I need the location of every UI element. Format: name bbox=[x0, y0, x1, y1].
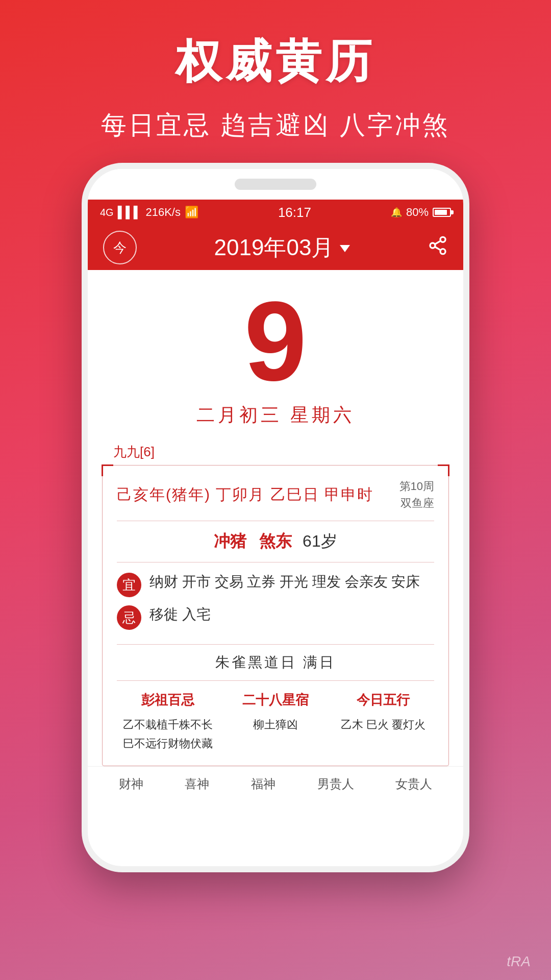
ji-text: 移徙 入宅 bbox=[149, 603, 211, 626]
xiu-text: 柳土獐凶 bbox=[224, 715, 327, 734]
status-time: 16:17 bbox=[278, 205, 311, 220]
wifi-icon: 📶 bbox=[185, 206, 198, 219]
yi-badge: 宜 bbox=[117, 573, 141, 597]
month-text: 2019年03月 bbox=[214, 233, 334, 263]
phone-mockup: 4G ▌▌▌ 216K/s 📶 16:17 🔔 80% 今 2019年03月 bbox=[82, 163, 469, 872]
app-header: 今 2019年03月 bbox=[88, 225, 463, 270]
week-label: 第10周 bbox=[399, 478, 434, 495]
yi-ji-section: 宜 纳财 开市 交易 立券 开光 理发 会亲友 安床 忌 移徙 入宅 bbox=[117, 562, 434, 645]
share-button[interactable] bbox=[428, 235, 448, 260]
nav-item-nan-guiren[interactable]: 男贵人 bbox=[317, 776, 354, 792]
status-right: 🔔 80% bbox=[391, 206, 451, 219]
yi-text: 纳财 开市 交易 立券 开光 理发 会亲友 安床 bbox=[149, 571, 420, 594]
ganzhi-row: 己亥年(猪年) 丁卯月 乙巳日 甲申时 第10周 双鱼座 bbox=[117, 478, 434, 521]
watermark: tRA bbox=[507, 953, 531, 970]
battery-fill bbox=[435, 210, 447, 215]
ji-row: 忌 移徙 入宅 bbox=[117, 603, 434, 630]
signal-bars: ▌▌▌ bbox=[118, 206, 142, 219]
alarm-icon: 🔔 bbox=[391, 207, 402, 218]
wuxing-text: 乙木 巳火 覆灯火 bbox=[332, 715, 434, 734]
today-label: 今 bbox=[113, 239, 127, 257]
phone-speaker bbox=[235, 179, 316, 190]
nav-item-fusheng[interactable]: 福神 bbox=[251, 776, 276, 792]
today-button[interactable]: 今 bbox=[103, 231, 137, 264]
hero-area: 权威黄历 每日宜忌 趋吉避凶 八字冲煞 bbox=[0, 0, 551, 163]
month-title[interactable]: 2019年03月 bbox=[214, 233, 350, 263]
zodiac-label: 双鱼座 bbox=[399, 495, 434, 511]
nav-item-nv-guiren[interactable]: 女贵人 bbox=[395, 776, 432, 792]
card-bottom: 彭祖百忌 乙不栽植千株不长 巳不远行财物伏藏 二十八星宿 柳土獐凶 今日五行 乙… bbox=[117, 681, 434, 753]
nav-item-xisheng[interactable]: 喜神 bbox=[185, 776, 209, 792]
lunar-date: 二月初三 星期六 bbox=[196, 403, 355, 428]
battery-icon bbox=[433, 208, 451, 217]
status-bar: 4G ▌▌▌ 216K/s 📶 16:17 🔔 80% bbox=[88, 200, 463, 225]
battery-pct: 80% bbox=[406, 206, 429, 219]
app-content: 9 二月初三 星期六 九九[6] 己亥年(猪年) 丁卯月 乙巳日 甲申时 第10… bbox=[88, 270, 463, 802]
dropdown-arrow-icon bbox=[340, 245, 350, 252]
wuxing-title: 今日五行 bbox=[332, 691, 434, 709]
yi-row: 宜 纳财 开市 交易 立券 开光 理发 会亲友 安床 bbox=[117, 571, 434, 597]
chong-text: 冲猪 bbox=[214, 532, 246, 550]
speed-text: 216K/s bbox=[145, 206, 181, 219]
peng-zu-col: 彭祖百忌 乙不栽植千株不长 巳不远行财物伏藏 bbox=[117, 691, 219, 753]
ganzhi-side: 第10周 双鱼座 bbox=[399, 478, 434, 511]
xiu-title: 二十八星宿 bbox=[224, 691, 327, 709]
signal-icon: 4G bbox=[100, 207, 114, 218]
peng-zu-title: 彭祖百忌 bbox=[117, 691, 219, 709]
zhuri-row: 朱雀黑道日 满日 bbox=[117, 645, 434, 681]
day-number: 9 bbox=[244, 285, 307, 398]
svg-line-3 bbox=[435, 247, 440, 250]
age-text: 61岁 bbox=[303, 532, 337, 550]
chong-row: 冲猪 煞东 61岁 bbox=[117, 521, 434, 562]
wuxing-col: 今日五行 乙木 巳火 覆灯火 bbox=[332, 691, 434, 753]
nine-nine-label: 九九[6] bbox=[113, 443, 155, 461]
hero-subtitle: 每日宜忌 趋吉避凶 八字冲煞 bbox=[0, 108, 551, 142]
ji-badge: 忌 bbox=[117, 605, 141, 630]
phone-top bbox=[88, 169, 463, 200]
svg-line-4 bbox=[435, 240, 440, 244]
peng-zu-text1: 乙不栽植千株不长 bbox=[117, 715, 219, 734]
peng-zu-text2: 巳不远行财物伏藏 bbox=[117, 734, 219, 753]
xiu-col: 二十八星宿 柳土獐凶 bbox=[224, 691, 327, 753]
sha-text: 煞东 bbox=[259, 532, 292, 550]
bottom-nav: 财神 喜神 福神 男贵人 女贵人 bbox=[88, 766, 463, 802]
status-left: 4G ▌▌▌ 216K/s 📶 bbox=[100, 206, 198, 219]
nav-item-caisheng[interactable]: 财神 bbox=[119, 776, 143, 792]
info-card: 己亥年(猪年) 丁卯月 乙巳日 甲申时 第10周 双鱼座 冲猪 煞东 61岁 宜… bbox=[102, 465, 449, 766]
ganzhi-text: 己亥年(猪年) 丁卯月 乙巳日 甲申时 bbox=[117, 484, 373, 505]
hero-title: 权威黄历 bbox=[0, 31, 551, 93]
